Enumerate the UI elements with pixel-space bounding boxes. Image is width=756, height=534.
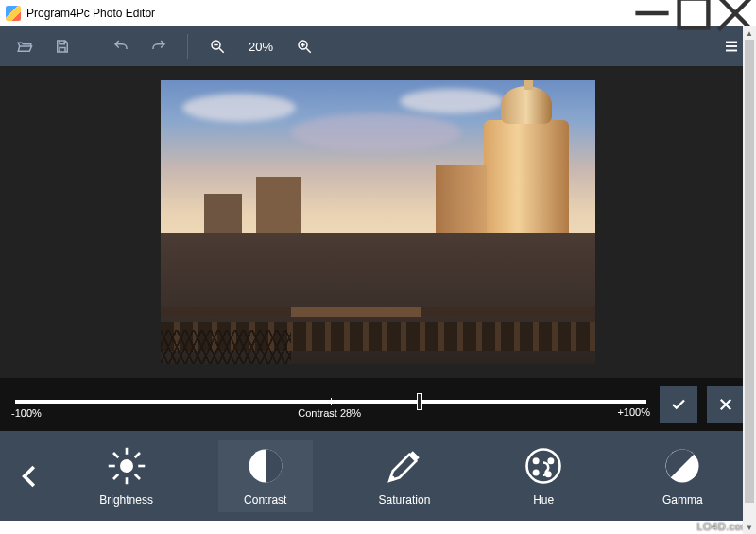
cancel-button[interactable] bbox=[707, 386, 745, 423]
adjust-contrast[interactable]: Contrast bbox=[218, 440, 313, 512]
window-title: Program4Pc Photo Editor bbox=[26, 7, 155, 20]
adjust-label: Saturation bbox=[379, 493, 431, 507]
zoom-in-icon bbox=[296, 38, 313, 55]
svg-line-23 bbox=[134, 453, 139, 457]
zoom-in-button[interactable] bbox=[288, 31, 320, 61]
app-icon bbox=[6, 6, 21, 21]
svg-point-26 bbox=[389, 475, 394, 480]
window-titlebar: Program4Pc Photo Editor bbox=[0, 0, 756, 26]
contrast-icon bbox=[246, 446, 285, 486]
brightness-icon bbox=[107, 446, 146, 486]
save-icon bbox=[54, 38, 71, 55]
slider-min-label: -100% bbox=[11, 407, 42, 419]
svg-rect-1 bbox=[679, 0, 709, 27]
svg-line-24 bbox=[113, 474, 118, 478]
zoom-level-label: 20% bbox=[249, 40, 273, 54]
contrast-slider[interactable] bbox=[11, 390, 650, 404]
svg-line-6 bbox=[219, 48, 224, 53]
check-icon bbox=[670, 396, 687, 413]
minimize-button[interactable] bbox=[631, 0, 673, 26]
redo-icon bbox=[150, 38, 167, 55]
redo-button[interactable] bbox=[144, 31, 174, 61]
hue-icon bbox=[524, 446, 563, 486]
save-button[interactable] bbox=[47, 31, 77, 61]
svg-point-29 bbox=[533, 469, 540, 475]
svg-point-28 bbox=[548, 457, 555, 464]
adjust-label: Brightness bbox=[99, 493, 153, 507]
adjust-gamma[interactable]: Gamma bbox=[635, 440, 730, 512]
svg-point-27 bbox=[533, 457, 540, 464]
back-button[interactable] bbox=[4, 431, 57, 521]
svg-line-21 bbox=[113, 453, 118, 457]
slider-max-label: +100% bbox=[617, 407, 650, 419]
zoom-out-button[interactable] bbox=[201, 31, 233, 61]
undo-button[interactable] bbox=[106, 31, 136, 61]
slider-value-label: Contrast 28% bbox=[42, 407, 618, 419]
adjust-saturation[interactable]: Saturation bbox=[357, 440, 452, 512]
svg-line-22 bbox=[134, 474, 139, 478]
zoom-out-icon bbox=[209, 38, 226, 55]
close-button[interactable] bbox=[714, 0, 756, 26]
adjustments-bar: BrightnessContrastSaturationHueGamma bbox=[0, 431, 756, 521]
maximize-icon bbox=[673, 0, 714, 34]
chevron-left-icon bbox=[16, 462, 44, 491]
adjust-hue[interactable]: Hue bbox=[496, 440, 591, 512]
canvas-area[interactable] bbox=[0, 66, 756, 378]
x-icon bbox=[717, 396, 734, 413]
adjust-brightness[interactable]: Brightness bbox=[79, 440, 174, 512]
undo-icon bbox=[112, 38, 129, 55]
adjustment-slider-row: -100% Contrast 28% +100% bbox=[0, 378, 756, 431]
svg-line-10 bbox=[306, 48, 311, 53]
saturation-icon bbox=[385, 446, 424, 486]
adjust-label: Hue bbox=[533, 493, 554, 507]
toolbar-divider bbox=[187, 34, 188, 59]
photo-preview bbox=[161, 80, 595, 364]
minimize-icon bbox=[631, 0, 673, 34]
menu-icon bbox=[723, 38, 740, 55]
open-button[interactable] bbox=[9, 31, 40, 61]
vertical-scrollbar[interactable]: ▲ ▼ bbox=[743, 26, 756, 534]
svg-point-16 bbox=[120, 459, 133, 473]
adjust-label: Gamma bbox=[662, 493, 703, 507]
apply-button[interactable] bbox=[660, 386, 697, 423]
adjust-label: Contrast bbox=[244, 493, 286, 507]
maximize-button[interactable] bbox=[673, 0, 714, 26]
gamma-icon bbox=[662, 446, 702, 486]
folder-open-icon bbox=[16, 38, 33, 55]
